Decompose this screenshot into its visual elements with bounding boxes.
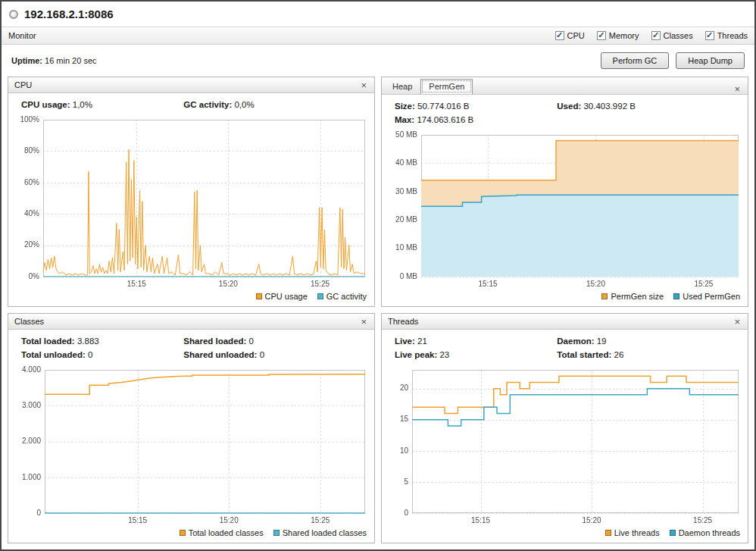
daemon-threads-stat: Daemon: 19 — [557, 337, 740, 346]
cpu-legend: CPU usage GC activity — [8, 290, 374, 306]
classes-panel: Classes × Total loaded: 3.883 Shared loa… — [8, 313, 375, 543]
classes-legend: Total loaded classes Shared loaded class… — [8, 526, 374, 543]
threads-panel: Threads × Live: 21 Daemon: 19 Live peak:… — [381, 313, 748, 543]
app-titlebar: 192.168.2.1:8086 — [2, 2, 754, 27]
uptime-label: Uptime: — [11, 56, 42, 65]
threads-panel-title: Threads — [388, 317, 418, 326]
cpu-chart — [13, 114, 370, 290]
legend-swatch-orange — [180, 530, 186, 536]
cpu-stats: CPU usage: 1,0% GC activity: 0,0% — [8, 93, 374, 111]
cpu-panel-header: CPU × — [8, 77, 374, 93]
cpu-chart-area — [13, 114, 370, 290]
monitor-label: Monitor — [8, 31, 36, 40]
action-buttons: Perform GC Heap Dump — [601, 52, 745, 69]
application-icon — [9, 10, 18, 19]
memory-stats: Size: 50.774.016 B Used: 30.403.992 B Ma… — [382, 95, 748, 127]
classes-chart-area — [13, 364, 370, 526]
visualvm-window: 192.168.2.1:8086 Monitor CPU Memory Clas… — [0, 0, 756, 551]
legend-item: Live threads — [605, 528, 660, 537]
threads-panel-header: Threads × — [382, 314, 748, 330]
page-title: 192.168.2.1:8086 — [24, 8, 114, 20]
checkbox-classes[interactable]: Classes — [651, 31, 693, 40]
classes-panel-title: Classes — [14, 317, 44, 326]
checkbox-threads[interactable]: Threads — [705, 31, 748, 40]
heap-dump-button[interactable]: Heap Dump — [676, 52, 745, 69]
checkbox-cpu[interactable]: CPU — [555, 31, 585, 40]
classes-stats: Total loaded: 3.883 Shared loaded: 0 Tot… — [8, 330, 374, 362]
checkbox-memory[interactable]: Memory — [597, 31, 639, 40]
threads-legend: Live threads Daemon threads — [382, 526, 748, 543]
live-threads-stat: Live: 21 — [395, 337, 557, 346]
tab-heap[interactable]: Heap — [385, 80, 420, 94]
legend-swatch-teal — [317, 293, 323, 299]
legend-swatch-teal — [673, 293, 679, 299]
cpu-usage-stat: CPU usage: 1,0% — [21, 100, 183, 109]
total-loaded-stat: Total loaded: 3.883 — [21, 337, 183, 346]
permgen-used-stat: Used: 30.403.992 B — [557, 102, 740, 111]
legend-item: GC activity — [317, 292, 367, 301]
permgen-max-stat: Max: 174.063.616 B — [395, 115, 557, 124]
cpu-panel: CPU × CPU usage: 1,0% GC activity: 0,0% … — [8, 77, 375, 307]
stat-spacer — [557, 115, 740, 124]
memory-panel-header: Heap PermGen × — [382, 77, 748, 95]
live-peak-stat: Live peak: 23 — [395, 350, 557, 359]
legend-item: Total loaded classes — [180, 528, 264, 537]
panels-grid: CPU × CPU usage: 1,0% GC activity: 0,0% … — [2, 77, 754, 549]
close-icon[interactable]: × — [359, 317, 368, 327]
checkbox-checked-icon[interactable] — [597, 31, 606, 40]
memory-panel: Heap PermGen × Size: 50.774.016 B Used: … — [381, 77, 748, 307]
checkbox-checked-icon[interactable] — [555, 31, 564, 40]
checkbox-checked-icon[interactable] — [705, 31, 714, 40]
legend-item: Daemon threads — [670, 528, 740, 537]
perform-gc-button[interactable]: Perform GC — [601, 52, 670, 69]
permgen-chart — [386, 129, 743, 290]
close-icon[interactable]: × — [733, 84, 742, 94]
total-started-stat: Total started: 26 — [557, 350, 740, 359]
legend-swatch-teal — [273, 530, 280, 536]
checkbox-checked-icon[interactable] — [651, 31, 661, 40]
close-icon[interactable]: × — [733, 317, 742, 327]
classes-chart — [13, 364, 370, 526]
permgen-size-stat: Size: 50.774.016 B — [395, 102, 557, 111]
gc-activity-stat: GC activity: 0,0% — [183, 100, 367, 109]
classes-panel-header: Classes × — [8, 314, 374, 330]
legend-item: Used PermGen — [673, 292, 740, 301]
uptime: Uptime: 16 min 20 sec — [11, 56, 97, 65]
uptime-value: 16 min 20 sec — [45, 56, 96, 65]
threads-chart-area — [386, 364, 743, 526]
tab-permgen[interactable]: PermGen — [420, 79, 473, 94]
legend-swatch-orange — [601, 293, 608, 299]
shared-loaded-stat: Shared loaded: 0 — [183, 337, 367, 346]
legend-swatch-teal — [670, 530, 676, 536]
threads-chart — [386, 364, 743, 526]
shared-unloaded-stat: Shared unloaded: 0 — [183, 350, 367, 359]
total-unloaded-stat: Total unloaded: 0 — [21, 350, 183, 359]
threads-stats: Live: 21 Daemon: 19 Live peak: 23 Total … — [382, 330, 748, 362]
legend-item: PermGen size — [601, 292, 664, 301]
info-bar: Uptime: 16 min 20 sec Perform GC Heap Du… — [2, 45, 754, 77]
legend-item: Shared loaded classes — [273, 528, 367, 537]
legend-item: CPU usage — [256, 292, 308, 301]
memory-legend: PermGen size Used PermGen — [382, 290, 748, 306]
memory-chart-area — [386, 129, 743, 290]
legend-swatch-orange — [256, 293, 262, 299]
close-icon[interactable]: × — [359, 80, 368, 90]
metric-checkboxes: CPU Memory Classes Threads — [555, 31, 748, 40]
legend-swatch-orange — [605, 530, 611, 536]
monitor-toolbar: Monitor CPU Memory Classes Threads — [2, 27, 754, 45]
cpu-panel-title: CPU — [14, 80, 32, 89]
